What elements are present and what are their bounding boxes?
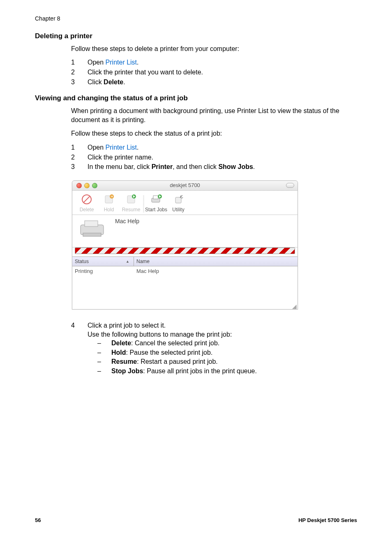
step-number: 1 [71,143,76,152]
utility-icon [172,193,184,206]
section2-steps-a: 1 Open Printer List. 2 Click the printer… [71,143,357,171]
table-row[interactable]: Printing Mac Help [72,266,297,276]
section-heading-status: Viewing and changing the status of a pri… [35,94,357,103]
job-rows: Printing Mac Help [72,266,297,303]
step-number: 2 [71,68,76,77]
svg-rect-16 [83,233,101,236]
step-text: Click the printer name. [88,153,153,162]
start-jobs-icon [150,193,162,206]
step-text: Open Printer List. [88,143,139,152]
column-name[interactable]: Name [134,257,297,266]
step-number: 1 [71,58,76,67]
svg-rect-10 [153,196,158,199]
step-text: Click the printer that you want to delet… [88,68,203,77]
svg-rect-13 [175,197,181,203]
start-jobs-button[interactable]: Start Jobs [145,193,167,213]
current-job-area: Mac Help [72,215,297,247]
step-number: 4 [71,321,76,376]
step-text: In the menu bar, click Printer, and then… [88,162,255,171]
step-number: 3 [71,162,76,171]
chapter-label: Chapter 8 [35,15,357,23]
resume-button[interactable]: Resume [120,193,142,213]
resize-handle-icon[interactable]: ◢ [72,303,297,309]
step-text: Click a print job to select it. Use the … [88,321,257,376]
step-text: Click Delete. [88,78,125,87]
toolbar-separator [143,196,144,213]
column-headers: Status ▲ Name [72,256,297,266]
progress-bar [75,247,295,254]
svg-rect-4 [111,196,112,197]
svg-rect-15 [85,221,98,226]
printer-icon [78,219,107,239]
hold-icon [103,193,115,206]
window-toolbar: Delete Hold Resume Start Jobs [72,191,297,215]
step-number: 3 [71,78,76,87]
row-status: Printing [72,266,134,276]
window-titlebar: deskjet 5700 [72,181,297,191]
product-name: HP Deskjet 5700 Series [298,517,357,524]
section2-intro1: When printing a document with background… [71,106,357,124]
section-heading-delete: Deleting a printer [35,32,357,41]
window-title: deskjet 5700 [72,182,297,189]
printer-list-link[interactable]: Printer List [106,59,137,66]
printer-list-link[interactable]: Printer List [106,144,137,151]
section2-step4: 4 Click a print job to select it. Use th… [71,321,357,376]
step-text: Open Printer List. [88,58,139,67]
row-name: Mac Help [134,266,297,276]
delete-button[interactable]: Delete [76,193,98,213]
section1-steps: 1 Open Printer List. 2 Click the printer… [71,58,357,86]
svg-point-3 [110,194,114,199]
step-number: 2 [71,153,76,162]
utility-button[interactable]: Utility [167,193,189,213]
page-footer: 56 HP Deskjet 5700 Series [35,517,357,524]
hold-button[interactable]: Hold [98,193,120,213]
column-status[interactable]: Status ▲ [72,257,134,266]
section2-intro2: Follow these steps to check the status o… [71,129,357,138]
resume-icon [125,193,137,206]
print-queue-window: deskjet 5700 Delete Hold Resume [72,180,298,310]
delete-icon [81,193,93,206]
svg-line-1 [84,196,90,202]
current-job-name: Mac Help [115,217,139,225]
sort-arrow-icon: ▲ [126,259,131,264]
svg-rect-5 [112,196,113,197]
section1-intro: Follow these steps to delete a printer f… [71,44,357,53]
page-number: 56 [35,517,41,524]
toolbar-toggle-icon[interactable] [286,183,294,188]
